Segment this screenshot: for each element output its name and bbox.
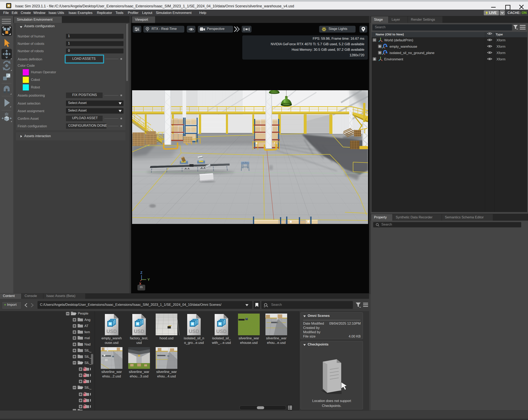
svg-text:ehou...e.usd: ehou...e.usd <box>267 341 286 344</box>
svg-text:ehouse.usd: ehouse.usd <box>240 341 257 344</box>
svg-text:ehou...2.usd: ehou...2.usd <box>102 374 121 378</box>
svg-text:usd: usd <box>136 341 142 344</box>
svg-text:silverline_war: silverline_war <box>129 370 149 374</box>
svg-text:o_gro...e.usd: o_gro...e.usd <box>184 341 204 345</box>
svg-text:silverline_war: silverline_war <box>156 370 177 374</box>
svg-text:ehou...4.usd: ehou...4.usd <box>157 374 176 378</box>
svg-text:Y: Y <box>147 278 150 282</box>
svg-text:silverline_war: silverline_war <box>239 336 259 340</box>
svg-text:factory_test.: factory_test. <box>130 336 148 340</box>
svg-text:empty_wareh: empty_wareh <box>101 336 122 340</box>
svg-text:ehou...3.usd: ehou...3.usd <box>130 374 148 378</box>
svg-text:silverline_war: silverline_war <box>266 336 287 340</box>
svg-text:ouse.usd: ouse.usd <box>105 341 119 344</box>
svg-text:Z: Z <box>140 271 142 275</box>
svg-text:silverline_war: silverline_war <box>101 370 122 374</box>
svg-text:isolated_sil_n: isolated_sil_n <box>184 336 204 340</box>
svg-text:hood.usd: hood.usd <box>159 336 173 340</box>
svg-text:with_...e.usd: with_...e.usd <box>212 341 231 345</box>
svg-text:isolated_sil_: isolated_sil_ <box>212 336 231 340</box>
